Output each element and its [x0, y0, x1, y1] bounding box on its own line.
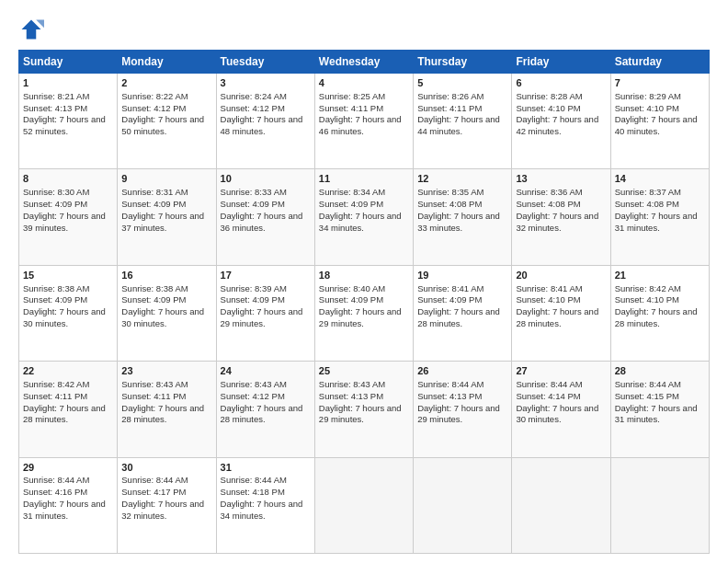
- day-number: 9: [121, 172, 211, 186]
- calendar-cell: 4Sunrise: 8:25 AMSunset: 4:11 PMDaylight…: [314, 74, 413, 169]
- day-number: 13: [516, 172, 606, 186]
- day-number: 1: [23, 76, 113, 90]
- day-number: 27: [516, 364, 606, 378]
- calendar-cell: 31Sunrise: 8:44 AMSunset: 4:18 PMDayligh…: [216, 457, 314, 553]
- calendar-cell: 26Sunrise: 8:44 AMSunset: 4:13 PMDayligh…: [414, 362, 512, 457]
- calendar-cell: 8Sunrise: 8:30 AMSunset: 4:09 PMDaylight…: [19, 169, 118, 265]
- day-number: 16: [121, 269, 211, 282]
- calendar-cell: 5Sunrise: 8:26 AMSunset: 4:11 PMDaylight…: [414, 74, 512, 169]
- day-number: 23: [121, 364, 211, 378]
- calendar-cell: [414, 457, 512, 553]
- day-number: 7: [615, 76, 705, 90]
- logo-icon: [18, 17, 44, 42]
- calendar-cell: 1Sunrise: 8:21 AMSunset: 4:13 PMDaylight…: [19, 74, 118, 169]
- day-number: 11: [319, 172, 409, 186]
- day-number: 12: [417, 172, 507, 186]
- calendar-cell: 28Sunrise: 8:44 AMSunset: 4:15 PMDayligh…: [610, 362, 709, 457]
- calendar-cell: 20Sunrise: 8:41 AMSunset: 4:10 PMDayligh…: [512, 265, 610, 361]
- col-header-tuesday: Tuesday: [216, 51, 314, 74]
- day-number: 2: [121, 76, 211, 90]
- day-number: 24: [221, 364, 311, 378]
- day-number: 5: [417, 76, 507, 90]
- day-number: 6: [516, 76, 606, 90]
- calendar-cell: 10Sunrise: 8:33 AMSunset: 4:09 PMDayligh…: [216, 169, 314, 265]
- calendar-cell: [512, 457, 610, 553]
- day-number: 8: [23, 172, 113, 186]
- day-number: 3: [221, 76, 311, 90]
- day-number: 28: [615, 364, 705, 378]
- day-number: 30: [121, 461, 211, 475]
- calendar-cell: 30Sunrise: 8:44 AMSunset: 4:17 PMDayligh…: [118, 457, 216, 553]
- day-number: 17: [221, 269, 311, 282]
- calendar-cell: 27Sunrise: 8:44 AMSunset: 4:14 PMDayligh…: [512, 362, 610, 457]
- calendar-cell: 24Sunrise: 8:43 AMSunset: 4:12 PMDayligh…: [216, 362, 314, 457]
- col-header-thursday: Thursday: [414, 51, 512, 74]
- calendar-cell: [314, 457, 413, 553]
- day-number: 21: [615, 269, 705, 282]
- calendar-cell: [610, 457, 709, 553]
- calendar-cell: 17Sunrise: 8:39 AMSunset: 4:09 PMDayligh…: [216, 265, 314, 361]
- calendar-cell: 7Sunrise: 8:29 AMSunset: 4:10 PMDaylight…: [610, 74, 709, 169]
- day-number: 31: [221, 461, 311, 475]
- day-number: 26: [417, 364, 507, 378]
- calendar-cell: 11Sunrise: 8:34 AMSunset: 4:09 PMDayligh…: [314, 169, 413, 265]
- calendar-cell: 21Sunrise: 8:42 AMSunset: 4:10 PMDayligh…: [610, 265, 709, 361]
- calendar-cell: 22Sunrise: 8:42 AMSunset: 4:11 PMDayligh…: [19, 362, 118, 457]
- col-header-saturday: Saturday: [610, 51, 709, 74]
- day-number: 20: [516, 269, 606, 282]
- calendar-cell: 16Sunrise: 8:38 AMSunset: 4:09 PMDayligh…: [118, 265, 216, 361]
- calendar-cell: 3Sunrise: 8:24 AMSunset: 4:12 PMDaylight…: [216, 74, 314, 169]
- day-number: 18: [319, 269, 409, 282]
- col-header-wednesday: Wednesday: [314, 51, 413, 74]
- col-header-monday: Monday: [118, 51, 216, 74]
- day-number: 4: [319, 76, 409, 90]
- day-number: 19: [417, 269, 507, 282]
- calendar-table: SundayMondayTuesdayWednesdayThursdayFrid…: [18, 50, 710, 554]
- day-number: 29: [23, 461, 113, 475]
- calendar-cell: 18Sunrise: 8:40 AMSunset: 4:09 PMDayligh…: [314, 265, 413, 361]
- calendar-cell: 15Sunrise: 8:38 AMSunset: 4:09 PMDayligh…: [19, 265, 118, 361]
- logo: [18, 17, 48, 42]
- col-header-sunday: Sunday: [19, 51, 118, 74]
- day-number: 25: [319, 364, 409, 378]
- svg-marker-0: [22, 20, 41, 40]
- calendar-cell: 19Sunrise: 8:41 AMSunset: 4:09 PMDayligh…: [414, 265, 512, 361]
- calendar-cell: 2Sunrise: 8:22 AMSunset: 4:12 PMDaylight…: [118, 74, 216, 169]
- col-header-friday: Friday: [512, 51, 610, 74]
- page: SundayMondayTuesdayWednesdayThursdayFrid…: [0, 0, 728, 563]
- calendar-cell: 12Sunrise: 8:35 AMSunset: 4:08 PMDayligh…: [414, 169, 512, 265]
- calendar-cell: 23Sunrise: 8:43 AMSunset: 4:11 PMDayligh…: [118, 362, 216, 457]
- calendar-cell: 13Sunrise: 8:36 AMSunset: 4:08 PMDayligh…: [512, 169, 610, 265]
- header: [18, 17, 710, 42]
- calendar-cell: 29Sunrise: 8:44 AMSunset: 4:16 PMDayligh…: [19, 457, 118, 553]
- calendar-cell: 14Sunrise: 8:37 AMSunset: 4:08 PMDayligh…: [610, 169, 709, 265]
- calendar-cell: 6Sunrise: 8:28 AMSunset: 4:10 PMDaylight…: [512, 74, 610, 169]
- day-number: 22: [23, 364, 113, 378]
- calendar-cell: 25Sunrise: 8:43 AMSunset: 4:13 PMDayligh…: [314, 362, 413, 457]
- calendar-cell: 9Sunrise: 8:31 AMSunset: 4:09 PMDaylight…: [118, 169, 216, 265]
- day-number: 10: [221, 172, 311, 186]
- day-number: 15: [23, 269, 113, 282]
- day-number: 14: [615, 172, 705, 186]
